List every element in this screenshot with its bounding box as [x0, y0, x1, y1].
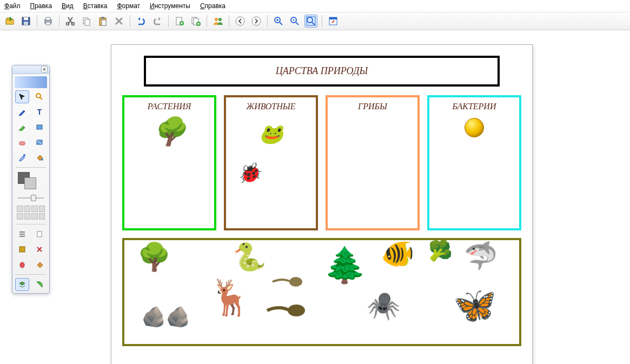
tag-tool[interactable] [32, 278, 47, 291]
bacteria-icon[interactable] [465, 118, 484, 137]
arrow-tool[interactable] [15, 90, 29, 103]
zoom-tool[interactable] [32, 90, 47, 103]
category-fungi-label: ГРИБЫ [358, 102, 387, 111]
menu-tools[interactable]: Инструменты [150, 2, 190, 10]
butterfly-icon[interactable]: 🦋 [453, 288, 496, 322]
page-tool[interactable] [32, 228, 47, 241]
svg-point-18 [215, 18, 218, 21]
layers-tool[interactable] [15, 278, 29, 291]
save-button[interactable] [19, 15, 32, 28]
zoom-out-button[interactable] [288, 15, 301, 28]
mouse-tool[interactable] [15, 258, 29, 271]
open-button[interactable] [3, 15, 16, 28]
window-button[interactable] [327, 15, 340, 28]
undo-button[interactable] [135, 15, 148, 28]
document-page[interactable]: ЦАРСТВА ПРИРОДЫ РАСТЕНИЯ 🌳 ЖИВОТНЫЕ 🐸 🐞 … [111, 44, 533, 364]
highlighter-tool[interactable] [15, 121, 29, 134]
users-button[interactable] [211, 15, 224, 28]
svg-rect-29 [37, 125, 42, 129]
svg-point-21 [252, 17, 261, 25]
opacity-slider[interactable] [18, 196, 44, 200]
category-row: РАСТЕНИЯ 🌳 ЖИВОТНЫЕ 🐸 🐞 ГРИБЫ БАКТЕРИИ [122, 95, 521, 230]
zoom-in-button[interactable] [272, 15, 285, 28]
menu-view[interactable]: Вид [62, 2, 74, 10]
print-button[interactable] [42, 15, 55, 28]
redo-button[interactable] [151, 15, 164, 28]
shape-ellipse-tool[interactable] [32, 136, 47, 149]
svg-rect-11 [101, 17, 104, 19]
svg-point-37 [289, 277, 302, 287]
broccoli-icon[interactable]: 🥦 [428, 241, 453, 261]
svg-rect-9 [85, 19, 90, 25]
category-bacteria[interactable]: БАКТЕРИИ [427, 95, 521, 230]
svg-point-28 [36, 94, 41, 98]
copy-button[interactable] [80, 15, 93, 28]
menu-edit[interactable]: Правка [30, 2, 52, 10]
svg-point-19 [218, 18, 222, 21]
snake-icon[interactable]: 🐍 [233, 243, 266, 270]
bg-color-swatch[interactable] [24, 177, 36, 189]
zoom-fit-button[interactable] [304, 15, 317, 28]
item-pool[interactable]: 🌳 🐍 🌲 🐠 🥦 🦈 🦌 🪨🪨 🕷️ 🦋 [122, 238, 521, 346]
menu-help[interactable]: Справка [200, 2, 226, 10]
svg-point-36 [20, 262, 24, 268]
tadpole2-icon[interactable] [266, 303, 307, 318]
cross-tool[interactable] [32, 243, 47, 256]
svg-rect-35 [19, 247, 25, 252]
shape-rect-tool[interactable] [32, 121, 47, 134]
svg-rect-12 [102, 20, 106, 25]
menu-insert[interactable]: Вставка [83, 2, 108, 10]
eyedropper-tool[interactable] [15, 151, 29, 164]
palette-titlebar[interactable]: × [12, 65, 49, 74]
new-page-button[interactable] [173, 15, 186, 28]
ladybug-icon[interactable]: 🐞 [237, 163, 261, 183]
category-animals-label: ЖИВОТНЫЕ [247, 102, 296, 111]
text-tool[interactable]: T [32, 105, 47, 118]
svg-point-20 [236, 17, 244, 25]
svg-rect-30 [19, 142, 25, 145]
rocks-icon[interactable]: 🪨🪨 [142, 307, 190, 327]
frog-icon[interactable]: 🐸 [259, 124, 283, 144]
new-pages-button[interactable] [189, 15, 202, 28]
clownfish-icon[interactable]: 🐠 [381, 240, 414, 267]
shark-icon[interactable]: 🦈 [464, 242, 498, 269]
svg-rect-1 [24, 17, 28, 20]
bucket2-tool[interactable] [32, 258, 47, 271]
category-fungi[interactable]: ГРИБЫ [326, 95, 420, 230]
prev-button[interactable] [234, 15, 247, 28]
tree-icon[interactable]: 🌳 [152, 118, 186, 145]
cut-button[interactable] [64, 15, 77, 28]
svg-rect-27 [329, 17, 337, 19]
next-button[interactable] [250, 15, 263, 28]
birch-tree-icon[interactable]: 🌳 [137, 243, 171, 270]
palette-close-button[interactable]: × [41, 66, 48, 72]
media-tool[interactable] [15, 243, 29, 256]
document-title: ЦАРСТВА ПРИРОДЫ [276, 65, 368, 76]
category-plants[interactable]: РАСТЕНИЯ 🌳 [122, 95, 216, 230]
spider-icon[interactable]: 🕷️ [367, 292, 400, 319]
svg-rect-34 [37, 231, 42, 237]
svg-rect-2 [24, 22, 28, 25]
main-toolbar [0, 12, 630, 30]
menu-file[interactable]: Файл [4, 2, 21, 10]
color-swatches[interactable] [17, 172, 45, 190]
bucket-tool[interactable] [32, 151, 47, 164]
title-box[interactable]: ЦАРСТВА ПРИРОДЫ [144, 56, 500, 87]
svg-point-7 [72, 23, 75, 25]
line-style-grid[interactable] [17, 206, 45, 220]
pencil-tool[interactable] [15, 105, 29, 118]
delete-button[interactable] [112, 15, 125, 28]
list-tool[interactable] [15, 228, 29, 241]
pine-tree-icon[interactable]: 🌲 [323, 248, 367, 282]
svg-rect-4 [46, 17, 50, 20]
paste-button[interactable] [96, 15, 109, 28]
antelope-icon[interactable]: 🦌 [209, 280, 252, 315]
tool-palette[interactable]: × T [12, 65, 50, 294]
menu-format[interactable]: Формат [117, 2, 140, 10]
svg-point-6 [67, 23, 69, 25]
category-animals[interactable]: ЖИВОТНЫЕ 🐸 🐞 [224, 95, 318, 230]
tadpole1-icon[interactable] [271, 276, 304, 288]
svg-point-38 [288, 305, 305, 316]
svg-rect-5 [46, 22, 50, 25]
eraser-tool[interactable] [15, 136, 29, 149]
